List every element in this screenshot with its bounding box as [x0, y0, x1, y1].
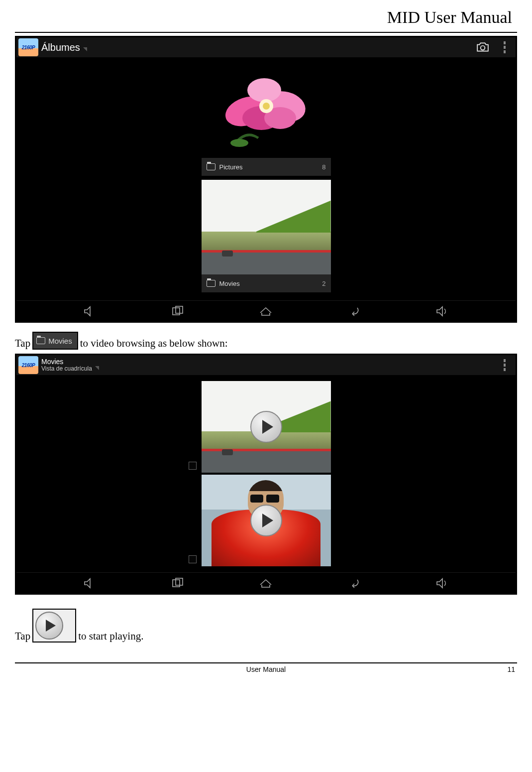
video-checkbox[interactable] [189, 555, 197, 563]
play-overlay-icon [250, 505, 282, 536]
footer-rule [15, 662, 517, 663]
overflow-menu-icon[interactable] [494, 37, 516, 57]
svg-point-4 [247, 78, 281, 102]
svg-point-9 [230, 139, 248, 147]
album-bar-pictures: Pictures 8 [202, 158, 331, 176]
video-item-1[interactable] [202, 381, 331, 473]
back-icon[interactable] [339, 303, 369, 319]
instruction-line-1: Tap Movies to video browsing as below sh… [15, 332, 517, 350]
album-count: 2 [322, 280, 325, 287]
overflow-menu-icon[interactable] [494, 355, 516, 375]
album-thumb-pictures [202, 63, 331, 158]
footer-center-text: User Manual [37, 665, 495, 673]
appbar-subtitle: Vista de cuadrícula [41, 366, 92, 372]
app-logo-text: 2160P [22, 45, 35, 50]
folder-icon [36, 337, 45, 344]
text: to start playing. [78, 630, 143, 643]
appbar: 2160P Movies Vista de cuadrícula [16, 355, 516, 375]
text: Tap [15, 337, 30, 350]
video-thumb [202, 381, 331, 473]
videos-grid [16, 375, 516, 572]
page-footer: User Manual 11 [15, 665, 517, 673]
appbar-title: Álbumes [41, 42, 80, 53]
text: to video browsing as below shown: [80, 337, 228, 350]
movies-folder-chip: Movies [32, 332, 78, 350]
svg-rect-12 [173, 580, 180, 587]
svg-point-0 [481, 46, 485, 50]
appbar-title: Movies [41, 358, 92, 366]
video-thumb [202, 475, 331, 566]
app-logo-text: 2160P [22, 363, 35, 368]
camera-icon[interactable] [472, 37, 494, 57]
recent-apps-icon[interactable] [163, 575, 193, 591]
app-logo-icon[interactable]: 2160P [18, 38, 38, 56]
folder-icon [207, 280, 215, 287]
appbar-title-dropdown[interactable]: Movies Vista de cuadrícula [41, 358, 105, 373]
svg-point-8 [263, 103, 270, 110]
screenshot-movies: 2160P Movies Vista de cuadrícula [15, 354, 517, 595]
album-name: Movies [219, 280, 240, 287]
album-count: 8 [322, 163, 325, 171]
dropdown-triangle-icon [95, 366, 99, 370]
back-icon[interactable] [339, 575, 369, 591]
play-icon [35, 612, 63, 640]
video-item-2[interactable] [202, 475, 331, 566]
album-movies[interactable]: Movies 2 [202, 180, 331, 292]
play-button-graphic [32, 609, 76, 643]
android-navbar [16, 572, 516, 593]
instruction-line-2: Tap to start playing. [15, 609, 517, 643]
svg-rect-11 [176, 306, 183, 313]
volume-down-icon[interactable] [75, 303, 105, 319]
volume-down-icon[interactable] [75, 575, 105, 591]
home-icon[interactable] [251, 303, 281, 319]
app-logo-icon[interactable]: 2160P [18, 356, 38, 374]
svg-rect-10 [173, 308, 180, 315]
play-overlay-icon [250, 411, 282, 443]
doc-header-title: MID User Manual [15, 5, 517, 32]
volume-up-icon[interactable] [427, 303, 457, 319]
android-navbar [16, 300, 516, 321]
appbar-title-dropdown[interactable]: Álbumes [41, 42, 93, 53]
album-name: Pictures [219, 163, 243, 171]
svg-rect-13 [176, 578, 183, 585]
dropdown-triangle-icon [83, 47, 87, 51]
album-pictures[interactable]: Pictures 8 [202, 63, 331, 176]
page-number: 11 [495, 665, 515, 673]
text: Tap [15, 630, 30, 643]
header-rule [15, 32, 517, 33]
appbar: 2160P Álbumes [16, 37, 516, 57]
home-icon[interactable] [251, 575, 281, 591]
album-thumb-movies [202, 180, 331, 274]
album-bar-movies: Movies 2 [202, 274, 331, 292]
video-checkbox[interactable] [189, 462, 197, 470]
screenshot-albums: 2160P Álbumes [15, 36, 517, 323]
chip-label: Movies [48, 337, 72, 345]
albums-grid: Pictures 8 Movies 2 [16, 57, 516, 300]
folder-icon [207, 163, 215, 170]
recent-apps-icon[interactable] [163, 303, 193, 319]
volume-up-icon[interactable] [427, 575, 457, 591]
